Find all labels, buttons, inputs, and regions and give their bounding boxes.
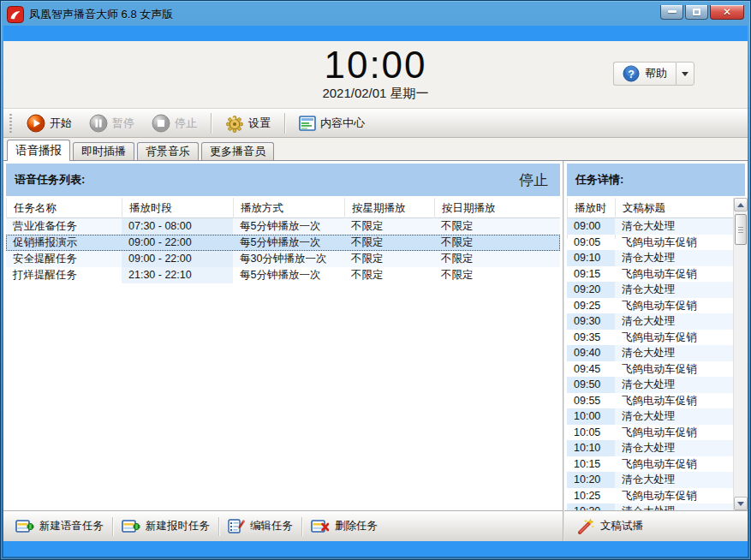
gear-icon (225, 114, 244, 133)
magic-wand-icon (576, 518, 595, 535)
detail-title-cell: 清仓大处理 (615, 282, 733, 298)
start-button[interactable]: 开始 (20, 111, 79, 135)
detail-title-cell: 飞鸽电动车促销 (615, 298, 733, 314)
bottom-accent-strip (3, 541, 748, 557)
detail-row[interactable]: 10:05 飞鸽电动车促销 (567, 425, 733, 441)
task-row[interactable]: 营业准备任务 07:30 - 08:00 每5分钟播放一次 不限定 不限定 (6, 218, 560, 235)
tab[interactable]: 更多播音员 (201, 142, 274, 160)
delete-task-button[interactable]: 删除任务 (304, 515, 384, 537)
detail-title-cell: 清仓大处理 (615, 377, 733, 393)
pause-label: 暂停 (112, 116, 134, 131)
detail-row[interactable]: 09:15 飞鸽电动车促销 (567, 266, 733, 283)
detail-title-cell: 清仓大处理 (615, 503, 733, 510)
detail-row[interactable]: 10:20 清仓大处理 (567, 472, 733, 488)
arrow-up-icon (737, 203, 744, 207)
task-row[interactable]: 促销播报演示 09:00 - 22:00 每5分钟播放一次 不限定 不限定 (6, 235, 560, 251)
close-button[interactable]: ✕ (710, 5, 744, 20)
scrollbar-track[interactable] (734, 211, 748, 497)
detail-row[interactable]: 10:30 清仓大处理 (567, 503, 733, 510)
tab[interactable]: 即时插播 (73, 142, 134, 160)
detail-scrollbar[interactable] (733, 198, 748, 510)
stop-label: 停止 (175, 116, 197, 131)
task-table-body: 营业准备任务 07:30 - 08:00 每5分钟播放一次 不限定 不限定 促销… (6, 218, 560, 510)
edit-task-button[interactable]: 编辑任务 (221, 515, 300, 537)
detail-row[interactable]: 09:55 飞鸽电动车促销 (567, 393, 733, 409)
detail-time-cell: 10:10 (567, 440, 615, 456)
voice-task-panel: 语音任务列表: 停止 任务名称播放时段播放方式按星期播放按日期播放 营业准备任务… (3, 161, 563, 541)
task-week-cell: 不限定 (344, 267, 434, 283)
pause-button[interactable]: 暂停 (82, 111, 141, 135)
column-header[interactable]: 播放方式 (233, 198, 344, 218)
detail-row[interactable]: 09:10 清仓大处理 (567, 250, 733, 266)
close-icon: ✕ (723, 7, 731, 17)
detail-title-cell: 清仓大处理 (615, 218, 733, 235)
new-time-task-button[interactable]: 新建报时任务 (115, 515, 217, 537)
detail-row[interactable]: 09:40 清仓大处理 (567, 345, 733, 361)
new-voice-task-button[interactable]: 新建语音任务 (9, 515, 110, 537)
task-detail-panel: 任务详情: 播放时间文稿标题 09:00 清仓大处理 (563, 161, 748, 541)
detail-title-cell: 飞鸽电动车促销 (615, 488, 733, 504)
detail-row[interactable]: 09:05 飞鸽电动车促销 (567, 235, 733, 251)
column-header[interactable]: 任务名称 (6, 198, 122, 218)
detail-row[interactable]: 10:10 清仓大处理 (567, 440, 733, 456)
detail-actions-toolbar: 文稿试播 (564, 510, 748, 541)
settings-button[interactable]: 设置 (218, 111, 277, 135)
detail-row[interactable]: 09:30 清仓大处理 (567, 313, 733, 330)
scrollbar-thumb[interactable] (735, 214, 747, 245)
column-header[interactable]: 按日期播放 (434, 198, 560, 218)
task-date-cell: 不限定 (434, 251, 560, 267)
detail-time-cell: 10:05 (567, 425, 615, 441)
detail-row[interactable]: 09:00 清仓大处理 (567, 218, 733, 235)
detail-row[interactable]: 09:20 清仓大处理 (567, 282, 733, 298)
window-title: 凤凰智声播音大师 6.8 女声版 (29, 7, 660, 22)
detail-row[interactable]: 10:00 清仓大处理 (567, 408, 733, 425)
detail-row[interactable]: 10:15 飞鸽电动车促销 (567, 456, 733, 473)
detail-table-header: 播放时间文稿标题 (567, 198, 733, 218)
scroll-down-button[interactable] (734, 497, 748, 510)
window-controls: ✕ (660, 5, 744, 20)
detail-row[interactable]: 09:25 飞鸽电动车促销 (567, 298, 733, 314)
detail-time-cell: 09:05 (567, 235, 615, 251)
detail-time-cell: 10:30 (567, 503, 615, 510)
detail-title-cell: 清仓大处理 (615, 250, 733, 266)
tab[interactable]: 语音播报 (7, 140, 70, 161)
help-button[interactable]: ? 帮助 (613, 62, 676, 86)
content-center-button[interactable]: 内容中心 (292, 113, 372, 134)
tab[interactable]: 背景音乐 (137, 142, 199, 160)
toolbar-gripper[interactable] (9, 113, 13, 134)
stop-button[interactable]: 停止 (145, 111, 204, 135)
detail-title-cell: 飞鸽电动车促销 (615, 235, 733, 251)
detail-row[interactable]: 10:25 飞鸽电动车促销 (567, 488, 733, 504)
start-label: 开始 (50, 116, 72, 131)
detail-title-cell: 飞鸽电动车促销 (615, 456, 733, 473)
detail-time-cell: 09:30 (567, 313, 615, 330)
task-row[interactable]: 安全提醒任务 09:00 - 22:00 每30分钟播放一次 不限定 不限定 (6, 251, 560, 267)
task-date-cell: 不限定 (434, 267, 560, 283)
detail-row[interactable]: 09:35 飞鸽电动车促销 (567, 330, 733, 346)
task-mode-cell: 每30分钟播放一次 (233, 251, 344, 267)
content-area: 语音任务列表: 停止 任务名称播放时段播放方式按星期播放按日期播放 营业准备任务… (3, 160, 748, 541)
detail-time-cell: 09:45 (567, 361, 615, 378)
detail-time-cell: 10:15 (567, 456, 615, 473)
app-body: 10:00 2021/02/01 星期一 ? 帮助 (3, 26, 748, 557)
scroll-up-button[interactable] (734, 198, 748, 211)
maximize-button[interactable] (685, 5, 708, 20)
task-date-cell: 不限定 (434, 218, 560, 235)
task-mode-cell: 每5分钟播放一次 (233, 267, 344, 283)
minimize-button[interactable] (660, 5, 683, 20)
detail-time-cell: 09:10 (567, 250, 615, 266)
detail-row[interactable]: 09:50 清仓大处理 (567, 377, 733, 393)
top-accent-strip (3, 26, 748, 41)
help-dropdown-button[interactable] (676, 62, 694, 86)
task-name-cell: 促销播报演示 (6, 235, 122, 251)
column-header[interactable]: 按星期播放 (344, 198, 434, 218)
detail-title-cell: 清仓大处理 (615, 472, 733, 488)
stop-circle-icon (152, 114, 170, 133)
column-header[interactable]: 播放时段 (122, 198, 233, 218)
detail-title-cell: 飞鸽电动车促销 (615, 361, 733, 378)
task-row[interactable]: 打烊提醒任务 21:30 - 22:10 每5分钟播放一次 不限定 不限定 (6, 267, 560, 283)
script-preview-button[interactable]: 文稿试播 (569, 515, 650, 539)
detail-row[interactable]: 09:45 飞鸽电动车促销 (567, 361, 733, 378)
settings-label: 设置 (248, 116, 271, 131)
detail-time-cell: 09:50 (567, 377, 615, 393)
